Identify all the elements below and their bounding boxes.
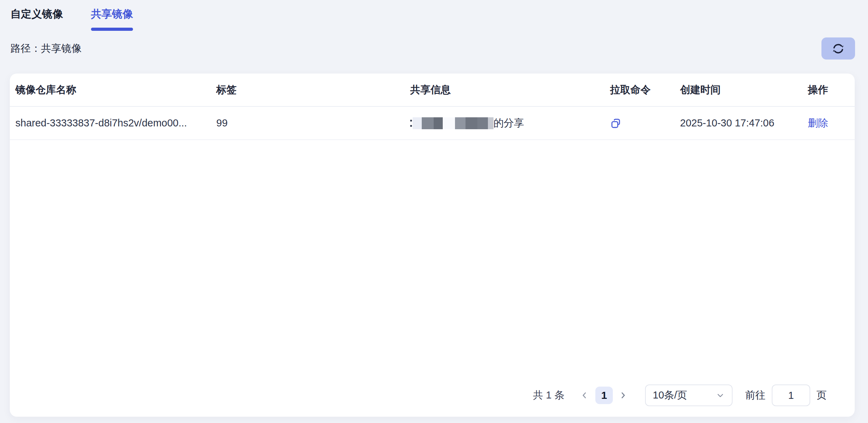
copy-icon xyxy=(610,118,621,129)
redaction-block xyxy=(422,117,434,129)
action-cell: 删除 xyxy=(808,116,855,130)
column-header-repo-name: 镜像仓库名称 xyxy=(15,83,216,97)
share-info-cell: 的分享 xyxy=(410,116,610,130)
goto-page-input[interactable] xyxy=(772,384,810,406)
chevron-left-icon xyxy=(580,391,589,400)
redaction-block xyxy=(443,117,455,129)
breadcrumb-value: 共享镜像 xyxy=(41,43,82,54)
redaction-block xyxy=(488,117,493,129)
column-header-created: 创建时间 xyxy=(680,83,808,97)
chevron-down-icon xyxy=(716,391,725,400)
redaction-block xyxy=(434,117,443,129)
pagination-bar: 共 1 条 1 10条/页 前往 xyxy=(533,384,827,406)
breadcrumb-label: 路径： xyxy=(10,43,41,54)
table-row: shared-33333837-d8i7hs2v/demo00... 99 的分… xyxy=(10,107,855,140)
shared-images-card: 镜像仓库名称 标签 共享信息 拉取命令 创建时间 操作 shared-33333… xyxy=(10,74,855,417)
redacted-text-fragment xyxy=(410,120,412,127)
tag-cell: 99 xyxy=(216,117,410,129)
copy-pull-command-button[interactable] xyxy=(610,118,621,129)
goto-label: 前往 xyxy=(745,388,765,402)
page-number-button[interactable]: 1 xyxy=(595,387,613,404)
column-header-share-info: 共享信息 xyxy=(410,83,610,97)
redaction-block xyxy=(455,117,465,129)
page-unit-label: 页 xyxy=(817,388,827,402)
repo-name-cell: shared-33333837-d8i7hs2v/demo00... xyxy=(15,117,216,129)
redaction-block xyxy=(477,117,488,129)
tab-custom-images[interactable]: 自定义镜像 xyxy=(10,8,63,31)
tab-shared-images[interactable]: 共享镜像 xyxy=(91,8,133,31)
page-size-value: 10条/页 xyxy=(653,388,687,402)
redaction-block xyxy=(465,117,477,129)
refresh-button[interactable] xyxy=(821,37,855,60)
chevron-right-icon xyxy=(618,391,628,400)
page-size-select[interactable]: 10条/页 xyxy=(645,384,733,406)
prev-page-button[interactable] xyxy=(580,391,589,400)
breadcrumb: 路径：共享镜像 xyxy=(10,42,82,56)
redaction-block xyxy=(413,117,422,129)
tab-bar: 自定义镜像 共享镜像 xyxy=(10,8,133,31)
table-header-row: 镜像仓库名称 标签 共享信息 拉取命令 创建时间 操作 xyxy=(10,74,855,107)
pull-command-cell xyxy=(610,118,680,129)
share-suffix-text: 的分享 xyxy=(493,116,524,130)
delete-link[interactable]: 删除 xyxy=(808,117,828,129)
redacted-share-info xyxy=(413,117,493,129)
total-count-label: 共 1 条 xyxy=(533,388,565,402)
column-header-pull-cmd: 拉取命令 xyxy=(610,83,680,97)
column-header-tag: 标签 xyxy=(216,83,410,97)
created-time-cell: 2025-10-30 17:47:06 xyxy=(680,117,808,129)
next-page-button[interactable] xyxy=(618,391,628,400)
refresh-icon xyxy=(832,42,845,55)
column-header-action: 操作 xyxy=(808,83,855,97)
